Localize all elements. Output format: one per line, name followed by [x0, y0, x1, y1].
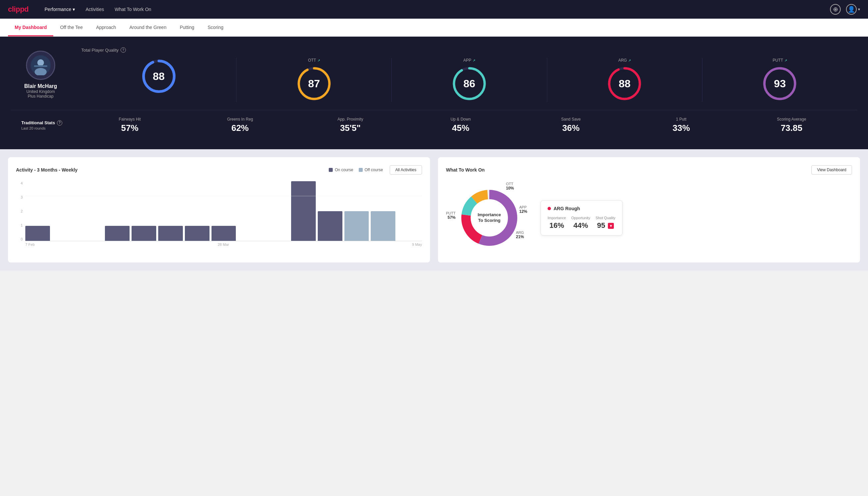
stat-1-putt: 1 Putt 33%	[626, 117, 737, 133]
scores-row: 88 OTT ↗ 87	[81, 58, 857, 102]
all-activities-button[interactable]: All Activities	[390, 165, 422, 174]
donut-chart-container: Importance To Scoring OTT 10% APP 12% AR…	[446, 181, 533, 254]
chart-title: Activity - 3 Months - Weekly	[16, 167, 78, 173]
work-card-title: What To Work On	[446, 167, 485, 173]
arg-trend-icon: ↗	[628, 59, 631, 62]
donut-chart: Importance To Scoring	[456, 185, 523, 251]
chart-bars-area	[25, 181, 422, 241]
bar-group-10	[265, 181, 289, 241]
nav-activities[interactable]: Activities	[85, 5, 104, 13]
score-arg: ARG ↗ 88	[547, 58, 703, 102]
bar-group-2	[52, 181, 77, 241]
legend-oncourse-dot	[329, 168, 333, 172]
donut-label-putt: PUTT 57%	[446, 211, 456, 220]
nav-what-to-work-on[interactable]: What To Work On	[114, 5, 151, 13]
bar-oncourse	[211, 226, 236, 241]
add-button[interactable]: ⊕	[830, 4, 841, 15]
chart-card-header: Activity - 3 Months - Weekly On course O…	[16, 165, 422, 174]
nav-right-controls: ⊕ 👤 ▾	[830, 4, 860, 15]
svg-text:To Scoring: To Scoring	[478, 218, 501, 223]
bar-group-9	[238, 181, 263, 241]
stats-help-icon[interactable]: ?	[57, 120, 62, 126]
bar-group-14	[371, 181, 395, 241]
chart-area: 4 3 2 1 0	[16, 181, 422, 248]
ott-trend-icon: ↗	[317, 59, 320, 62]
arg-rough-info-card: ARG Rough Importance 16% Opportunity 44%…	[541, 200, 622, 235]
user-menu[interactable]: 👤 ▾	[846, 4, 860, 15]
tab-off-the-tee[interactable]: Off the Tee	[53, 19, 89, 36]
scores-section: Total Player Quality ? 88	[81, 47, 857, 102]
stats-subtitle: Last 20 rounds	[21, 126, 75, 130]
stat-up-down: Up & Down 45%	[405, 117, 516, 133]
bar-oncourse	[131, 226, 156, 241]
tab-around-the-green[interactable]: Around the Green	[123, 19, 173, 36]
bar-group-5	[131, 181, 156, 241]
stat-fairways-hit: Fairways Hit 57%	[75, 117, 185, 133]
arg-rough-dot	[548, 207, 551, 210]
metric-importance: Importance 16%	[548, 216, 566, 230]
bar-group-1	[25, 181, 50, 241]
nav-performance[interactable]: Performance ▾	[45, 5, 75, 13]
metric-shot-quality: Shot Quality 95 ▼	[596, 216, 616, 230]
bar-group-7	[185, 181, 209, 241]
bar-oncourse	[105, 226, 129, 241]
work-content: Importance To Scoring OTT 10% APP 12% AR…	[446, 181, 852, 254]
bar-group-8	[211, 181, 236, 241]
bar-oncourse	[318, 211, 343, 241]
svg-rect-3	[34, 65, 47, 67]
bar-group-3	[79, 181, 103, 241]
tab-scoring[interactable]: Scoring	[201, 19, 230, 36]
hero-section: Blair McHarg United Kingdom Plus Handica…	[0, 37, 868, 149]
bar-group-12	[318, 181, 343, 241]
work-card-header: What To Work On View Dashboard	[446, 165, 852, 174]
top-navigation: clippd Performance ▾ Activities What To …	[0, 0, 868, 19]
player-name: Blair McHarg	[24, 83, 57, 89]
tab-approach[interactable]: Approach	[89, 19, 123, 36]
stat-scoring-average: Scoring Average 73.85	[737, 117, 847, 133]
info-metrics: Importance 16% Opportunity 44% Shot Qual…	[548, 216, 616, 230]
putt-score-circle: 93	[761, 65, 798, 102]
activity-chart-card: Activity - 3 Months - Weekly On course O…	[8, 157, 430, 263]
bar-group-15	[397, 181, 422, 241]
app-logo[interactable]: clippd	[8, 5, 29, 14]
stats-row: Traditional Stats ? Last 20 rounds Fairw…	[11, 110, 857, 140]
bar-offcourse	[344, 211, 369, 241]
stat-greens-in-reg: Greens In Reg 62%	[185, 117, 295, 133]
app-score-value: 86	[463, 78, 475, 90]
tab-putting[interactable]: Putting	[173, 19, 201, 36]
hero-top: Blair McHarg United Kingdom Plus Handica…	[11, 47, 857, 102]
score-main: 88	[81, 58, 236, 102]
tab-my-dashboard[interactable]: My Dashboard	[8, 19, 53, 36]
bar-oncourse	[158, 226, 183, 241]
bar-oncourse	[25, 226, 50, 241]
donut-label-arg: ARG 21%	[516, 231, 524, 239]
chart-legend: On course Off course	[329, 168, 383, 172]
arg-score-value: 88	[618, 78, 631, 90]
svg-text:Importance: Importance	[478, 212, 501, 217]
stat-sand-save: Sand Save 36%	[516, 117, 626, 133]
app-score-circle: 86	[451, 65, 488, 102]
bar-group-6	[158, 181, 183, 241]
tabs-bar: My Dashboard Off the Tee Approach Around…	[0, 19, 868, 37]
bottom-section: Activity - 3 Months - Weekly On course O…	[0, 149, 868, 270]
player-country: United Kingdom	[26, 89, 54, 94]
info-card-title: ARG Rough	[548, 206, 616, 211]
main-score-value: 88	[153, 70, 165, 83]
legend-offcourse: Off course	[359, 168, 383, 172]
bar-oncourse	[185, 226, 209, 241]
bar-group-13	[344, 181, 369, 241]
avatar-image	[31, 55, 51, 75]
score-app: APP ↗ 86	[392, 58, 547, 102]
svg-point-1	[37, 59, 44, 66]
score-ott: OTT ↗ 87	[236, 58, 392, 102]
score-putt: PUTT ↗ 93	[703, 58, 857, 102]
player-info: Blair McHarg United Kingdom Plus Handica…	[11, 51, 70, 98]
metric-opportunity: Opportunity 44%	[571, 216, 590, 230]
main-score-circle: 88	[141, 58, 177, 95]
player-avatar	[26, 51, 55, 80]
arg-score-circle: 88	[606, 65, 643, 102]
view-dashboard-button[interactable]: View Dashboard	[811, 165, 852, 174]
tpq-help-icon[interactable]: ?	[121, 47, 126, 52]
down-arrow-icon: ▼	[608, 223, 614, 229]
player-handicap: Plus Handicap	[28, 94, 53, 98]
